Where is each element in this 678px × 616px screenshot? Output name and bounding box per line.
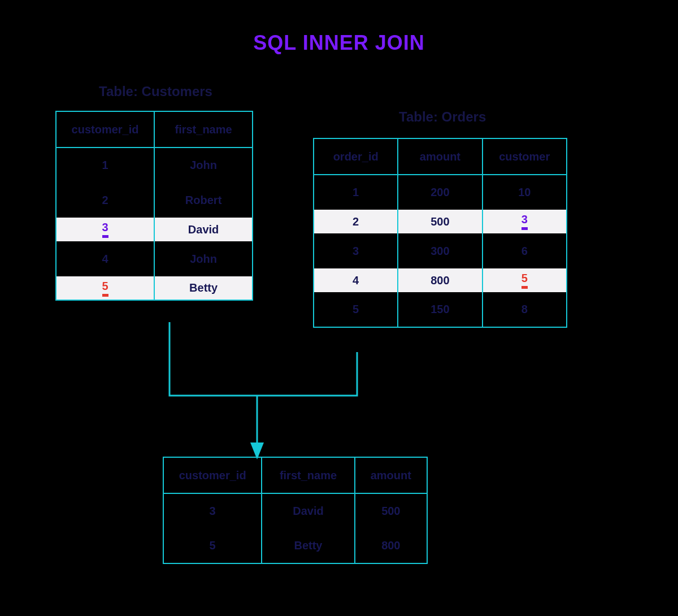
result-table: customer_id first_name amount 3 David 50… (163, 457, 428, 564)
cell: 5 (163, 528, 262, 563)
cell: 800 (398, 268, 482, 292)
cell: 3 (163, 493, 262, 528)
col-header: customer_id (56, 111, 154, 148)
cell: David (154, 218, 253, 241)
cell: 2 (56, 183, 154, 218)
cell: 8 (483, 292, 567, 327)
orders-table-caption: Table: Orders (399, 109, 486, 125)
cell: John (154, 241, 253, 276)
cell: 300 (398, 233, 482, 268)
match-key-purple: 3 (521, 213, 528, 230)
cell: 500 (355, 493, 427, 528)
cell: 2 (314, 210, 398, 233)
connector-right (257, 352, 357, 396)
cell: 6 (483, 233, 567, 268)
col-header: first_name (154, 111, 253, 148)
highlighted-row-match-purple: 3 David (56, 218, 253, 241)
table-row: 5 150 8 (314, 292, 567, 327)
cell: 3 (483, 210, 567, 233)
col-header: customer (483, 138, 567, 175)
col-header: customer_id (163, 457, 262, 493)
match-key-purple: 3 (102, 221, 108, 238)
table-header-row: order_id amount customer (314, 138, 567, 175)
match-key-red: 5 (102, 280, 108, 297)
cell: 3 (314, 233, 398, 268)
cell: 4 (314, 268, 398, 292)
col-header: amount (355, 457, 427, 493)
customers-table: customer_id first_name 1 John 2 Robert 3… (55, 111, 253, 301)
cell: 5 (56, 276, 154, 300)
col-header: order_id (314, 138, 398, 175)
table-header-row: customer_id first_name amount (163, 457, 427, 493)
cell: 5 (314, 292, 398, 327)
cell: 1 (56, 148, 154, 183)
cell: John (154, 148, 253, 183)
cell: 500 (398, 210, 482, 233)
match-key-red: 5 (521, 272, 528, 289)
customers-table-caption: Table: Customers (99, 84, 212, 99)
cell: 200 (398, 175, 482, 210)
cell: Robert (154, 183, 253, 218)
cell: 800 (355, 528, 427, 563)
table-row: 3 300 6 (314, 233, 567, 268)
table-row: 1 200 10 (314, 175, 567, 210)
cell: 10 (483, 175, 567, 210)
col-header: first_name (262, 457, 354, 493)
orders-table: order_id amount customer 1 200 10 2 500 … (313, 138, 567, 328)
cell: 4 (56, 241, 154, 276)
table-row: 1 John (56, 148, 253, 183)
highlighted-row-match-red: 5 Betty (56, 276, 253, 300)
table-row: 5 Betty 800 (163, 528, 427, 563)
table-row: 3 David 500 (163, 493, 427, 528)
table-header-row: customer_id first_name (56, 111, 253, 148)
cell: 5 (483, 268, 567, 292)
cell: David (262, 493, 354, 528)
connector-left (169, 322, 257, 396)
cell: 1 (314, 175, 398, 210)
col-header: amount (398, 138, 482, 175)
cell: Betty (154, 276, 253, 300)
cell: 150 (398, 292, 482, 327)
highlighted-row-match-purple: 2 500 3 (314, 210, 567, 233)
table-row: 4 John (56, 241, 253, 276)
table-row: 2 Robert (56, 183, 253, 218)
highlighted-row-match-red: 4 800 5 (314, 268, 567, 292)
diagram-title: SQL INNER JOIN (0, 31, 678, 55)
cell: 3 (56, 218, 154, 241)
cell: Betty (262, 528, 354, 563)
